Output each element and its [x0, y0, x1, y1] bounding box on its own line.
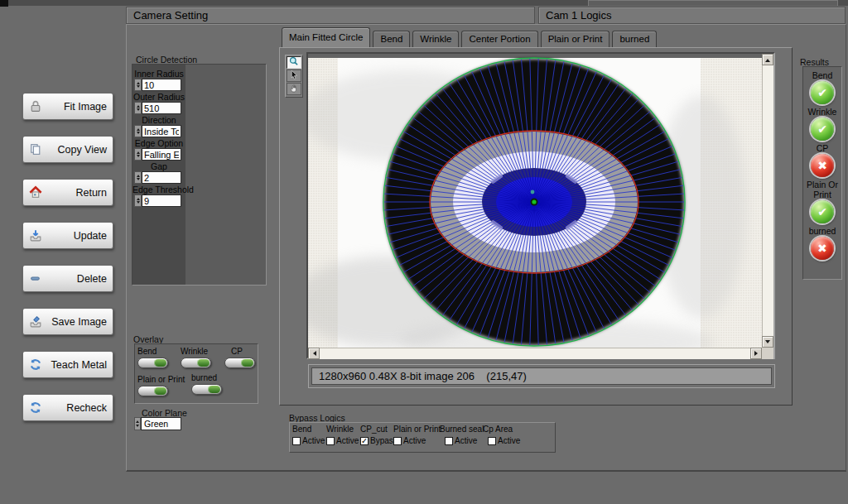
color-plane-value[interactable]: Green: [141, 417, 181, 430]
bypass-logics-group: Bend Active Wrinkle Active CP_cut Bypass…: [289, 422, 556, 453]
bypass-cp-cut: CP_cut Bypass: [360, 425, 393, 450]
bend-result-led: [811, 81, 834, 104]
scroll-left-arrow[interactable]: [308, 348, 320, 359]
bypass-burned-seal: Burned seal Active: [440, 425, 483, 450]
image-status-text: 1280x960 0.48X 8-bit image 206 (215,47): [312, 370, 527, 382]
bend-active-checkbox[interactable]: [292, 437, 301, 445]
copy-view-button[interactable]: Copy View: [22, 136, 113, 163]
wrinkle-active-checkbox[interactable]: [326, 437, 335, 445]
refresh-icon: [28, 358, 43, 372]
status-bar-inner: 1280x960 0.48X 8-bit image 206 (215,47): [311, 367, 772, 385]
zoom-tool-button[interactable]: [287, 56, 301, 69]
camera-setting-title: Camera Setting: [133, 9, 208, 22]
image-tool-strip: [285, 55, 303, 98]
recheck-button[interactable]: Recheck: [22, 394, 113, 421]
pan-tool-button[interactable]: [287, 83, 301, 95]
inspection-image[interactable]: [308, 54, 762, 348]
tab-plain-or-print[interactable]: Plain or Print: [541, 31, 610, 47]
edge-threshold-field: Edge Threshold: [132, 185, 186, 208]
hand-icon: [289, 82, 300, 97]
overlay-burned: burned: [191, 373, 222, 395]
cp-result-led: [811, 154, 834, 177]
color-plane-selector: Green: [134, 417, 181, 430]
update-button[interactable]: Update: [22, 222, 113, 249]
result-wrinkle: Wrinkle: [808, 107, 837, 141]
scroll-up-arrow[interactable]: [762, 54, 773, 65]
cam1-logics-title: Cam 1 Logics: [546, 9, 611, 22]
overlay-wrinkle: Wrinkle: [181, 347, 211, 368]
camera-setting-header: Camera Setting: [126, 7, 535, 24]
wrinkle-overlay-toggle[interactable]: [181, 358, 211, 368]
sidebar: Fit Image Copy View Return Update Delete…: [22, 93, 113, 421]
edge-option-input[interactable]: [142, 148, 181, 161]
plain-or-print-overlay-toggle[interactable]: [137, 386, 168, 396]
circle-detection-fields: Inner Radius Outer Radius Direction Edge…: [132, 65, 186, 285]
direction-input[interactable]: [142, 125, 181, 137]
result-cp: CP: [811, 143, 834, 177]
copy-icon: [28, 142, 43, 156]
image-top-edge: [308, 54, 762, 58]
lock-icon: [28, 99, 43, 113]
tab-burned[interactable]: burned: [612, 31, 657, 47]
home-icon: [28, 185, 43, 199]
plain-or-print-result-led: [811, 200, 834, 223]
image-vertical-scrollbar[interactable]: [762, 54, 773, 348]
bypass-wrinkle: Wrinkle Active: [326, 425, 360, 450]
top-left-block: [0, 0, 8, 7]
direction-field: Direction: [132, 115, 186, 138]
delete-button[interactable]: Delete: [22, 265, 113, 292]
bend-overlay-toggle[interactable]: [137, 358, 168, 368]
cam1-logics-header: Cam 1 Logics: [538, 7, 846, 24]
scroll-right-arrow[interactable]: [750, 348, 762, 359]
minus-icon: [28, 271, 43, 286]
cp-overlay-toggle[interactable]: [224, 358, 255, 368]
top-right-strip: [588, 0, 838, 6]
outer-radius-input[interactable]: [142, 102, 181, 114]
direction-spinner[interactable]: [134, 125, 142, 137]
color-plane-spinner[interactable]: [134, 417, 141, 430]
scroll-down-arrow[interactable]: [762, 336, 773, 348]
plain-or-print-active-checkbox[interactable]: [393, 437, 402, 445]
edge-threshold-input[interactable]: [142, 194, 181, 207]
bypass-plain-or-print: Plain or Print Active: [393, 425, 440, 450]
tab-wrinkle[interactable]: Wrinkle: [412, 31, 459, 47]
burned-overlay-toggle[interactable]: [191, 384, 222, 395]
results-group: Bend Wrinkle CP Plain Or Print burned: [802, 66, 842, 280]
refresh-icon: [28, 401, 43, 415]
overlay-bend: Bend: [137, 347, 168, 368]
bypass-bend: Bend Active: [292, 425, 326, 450]
tab-bend[interactable]: Bend: [373, 31, 410, 47]
fitted-circle-figure: [383, 58, 685, 346]
tab-center-portion[interactable]: Center Portion: [461, 31, 537, 47]
save-tray-icon: [28, 314, 43, 329]
burned-result-led: [811, 237, 834, 260]
gap-input[interactable]: [142, 171, 181, 184]
teach-metal-button[interactable]: Teach Metal: [22, 351, 113, 378]
inner-radius-input[interactable]: [142, 79, 181, 91]
image-horizontal-scrollbar[interactable]: [308, 348, 762, 359]
edge-option-field: Edge Option: [132, 138, 186, 161]
cp-area-active-checkbox[interactable]: [488, 437, 496, 445]
cp-cut-bypass-checkbox[interactable]: [360, 437, 369, 445]
result-plain-or-print: Plain Or Print: [804, 180, 841, 223]
cursor-tool-button[interactable]: [287, 70, 301, 82]
overlay-cp: CP: [224, 347, 255, 368]
tab-strip: Main Fitted Circle Bend Wrinkle Center P…: [282, 27, 659, 47]
gap-spinner[interactable]: [134, 171, 142, 184]
return-button[interactable]: Return: [22, 179, 113, 206]
save-image-button[interactable]: Save Image: [22, 308, 113, 335]
save-tray-icon: [28, 228, 43, 242]
bypass-cp-area: Cp Area Active: [483, 425, 523, 450]
edge-threshold-spinner[interactable]: [134, 194, 142, 207]
gap-field: Gap: [132, 161, 186, 185]
overlay-plain-or-print: Plain or Print: [137, 375, 185, 396]
fit-image-button[interactable]: Fit Image: [22, 93, 113, 120]
outer-radius-field: Outer Radius: [132, 92, 186, 115]
scrollbar-corner: [762, 348, 773, 359]
tab-main-fitted-circle[interactable]: Main Fitted Circle: [282, 27, 370, 47]
edge-option-spinner[interactable]: [134, 148, 142, 161]
result-burned: burned: [809, 226, 836, 260]
outer-radius-spinner[interactable]: [134, 102, 142, 114]
burned-seal-active-checkbox[interactable]: [445, 437, 453, 445]
inner-radius-spinner[interactable]: [134, 79, 142, 91]
